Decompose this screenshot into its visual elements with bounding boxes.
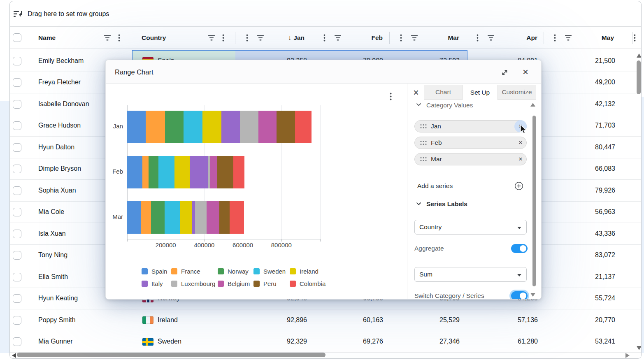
- drag-handle-icon[interactable]: [420, 141, 427, 145]
- maximize-icon[interactable]: [500, 68, 509, 77]
- tab-chart[interactable]: Chart: [424, 85, 462, 99]
- add-series-plus-icon[interactable]: [514, 181, 523, 190]
- drag-handle-icon[interactable]: [420, 157, 427, 162]
- legend-item-peru[interactable]: Peru: [253, 277, 290, 290]
- bar-segment-norway[interactable]: [149, 156, 158, 188]
- tab-set-up[interactable]: Set Up: [462, 85, 498, 100]
- bar-segment-italy[interactable]: [221, 111, 240, 143]
- panel-close-icon[interactable]: ×: [411, 87, 421, 98]
- bar-segment-luxembourg[interactable]: [195, 201, 207, 234]
- legend-item-spain[interactable]: Spain: [142, 265, 171, 277]
- column-header-country[interactable]: Country: [142, 34, 166, 42]
- bar-segment-sweden[interactable]: [165, 201, 180, 234]
- dialog-close-icon[interactable]: ×: [521, 67, 530, 77]
- row-checkbox[interactable]: [13, 230, 21, 238]
- select-all-checkbox[interactable]: [13, 33, 21, 42]
- row-checkbox[interactable]: [13, 78, 21, 87]
- column-menu-kebab-icon[interactable]: [222, 34, 224, 42]
- chevron-down-icon[interactable]: [416, 202, 421, 206]
- category-value-pill-feb[interactable]: Feb×: [414, 137, 527, 149]
- bar-segment-peru[interactable]: [219, 201, 230, 234]
- row-checkbox[interactable]: [13, 165, 21, 173]
- aggregate-function-select[interactable]: Sum: [414, 267, 527, 282]
- panel-scroll-up-icon[interactable]: [530, 103, 535, 107]
- column-header-name[interactable]: Name: [38, 34, 56, 42]
- legend-item-colombia[interactable]: Colombia: [290, 277, 327, 290]
- row-checkbox[interactable]: [13, 57, 21, 65]
- legend-item-luxembourg[interactable]: Luxembourg: [171, 277, 218, 290]
- tab-customize[interactable]: Customize: [498, 85, 536, 99]
- table-row[interactable]: Mia GunnerSweden92,32969,27627,34661,280…: [10, 331, 641, 353]
- scroll-left-icon[interactable]: [12, 353, 16, 358]
- row-checkbox[interactable]: [13, 251, 21, 260]
- panel-scrollbar-thumb[interactable]: [532, 116, 536, 286]
- pill-remove-icon[interactable]: ×: [514, 153, 527, 165]
- bar-segment-spain[interactable]: [127, 156, 142, 188]
- row-checkbox[interactable]: [13, 143, 21, 152]
- chevron-down-icon[interactable]: [416, 102, 421, 107]
- column-header-feb[interactable]: Feb: [321, 27, 383, 49]
- bar-segment-france[interactable]: [141, 201, 151, 234]
- bar-segment-peru[interactable]: [217, 156, 233, 188]
- pill-remove-icon[interactable]: ×: [514, 137, 527, 149]
- filter-icon[interactable]: [104, 35, 111, 41]
- column-header-mar[interactable]: Mar: [398, 27, 459, 49]
- row-checkbox[interactable]: [13, 121, 21, 130]
- bar-segment-spain[interactable]: [127, 201, 141, 234]
- column-menu-kebab-icon[interactable]: [634, 34, 636, 42]
- panel-scroll-down-icon[interactable]: [530, 293, 535, 297]
- bar-segment-italy[interactable]: [190, 156, 208, 188]
- scroll-down-icon[interactable]: [637, 346, 642, 350]
- row-checkbox[interactable]: [13, 337, 21, 346]
- row-checkbox[interactable]: [13, 294, 21, 303]
- category-value-pill-mar[interactable]: Mar×: [414, 153, 527, 165]
- legend-item-sweden[interactable]: Sweden: [253, 265, 290, 277]
- bar-segment-norway[interactable]: [151, 201, 165, 234]
- bar-segment-colombia[interactable]: [233, 156, 244, 188]
- column-menu-kebab-icon[interactable]: [118, 34, 120, 42]
- bar-segment-italy[interactable]: [192, 201, 195, 234]
- bar-segment-spain[interactable]: [127, 111, 146, 143]
- table-row[interactable]: Poppy SmithIreland92,89660,16325,52957,1…: [10, 309, 641, 331]
- scroll-right-icon[interactable]: [625, 353, 630, 358]
- row-checkbox[interactable]: [13, 316, 21, 325]
- legend-item-italy[interactable]: Italy: [142, 277, 171, 290]
- bar-segment-belgium[interactable]: [207, 201, 219, 234]
- legend-item-belgium[interactable]: Belgium: [218, 277, 253, 290]
- drag-handle-icon[interactable]: [420, 124, 427, 129]
- bar-segment-peru[interactable]: [277, 111, 295, 143]
- row-checkbox[interactable]: [13, 208, 21, 216]
- bar-segment-france[interactable]: [142, 156, 149, 188]
- column-header-may[interactable]: May: [552, 27, 614, 49]
- bar-segment-colombia[interactable]: [295, 111, 312, 143]
- legend-item-norway[interactable]: Norway: [218, 265, 253, 277]
- switch-category-series-toggle[interactable]: [511, 291, 528, 299]
- bar-segment-sweden[interactable]: [184, 111, 202, 143]
- bar-segment-norway[interactable]: [165, 111, 184, 143]
- series-label-select[interactable]: Country: [414, 220, 527, 235]
- filter-icon[interactable]: [208, 35, 215, 41]
- bar-segment-ireland[interactable]: [174, 156, 190, 188]
- column-header-apr[interactable]: Apr: [476, 27, 537, 49]
- horizontal-scrollbar-thumb[interactable]: [17, 353, 325, 357]
- aggregate-toggle[interactable]: [511, 244, 528, 253]
- legend-item-france[interactable]: France: [171, 265, 218, 277]
- column-header-jan[interactable]: ↓Jan: [243, 27, 305, 49]
- bar-segment-france[interactable]: [146, 111, 165, 143]
- bar-segment-ireland[interactable]: [202, 111, 221, 143]
- category-value-pill-jan[interactable]: Jan×: [414, 120, 527, 132]
- bar-segment-belgium[interactable]: [258, 111, 277, 143]
- scroll-up-icon[interactable]: [637, 53, 642, 58]
- bar-segment-ireland[interactable]: [180, 201, 192, 234]
- bar-segment-sweden[interactable]: [158, 156, 174, 188]
- row-checkbox[interactable]: [13, 100, 21, 109]
- row-checkbox[interactable]: [13, 186, 21, 195]
- row-group-panel[interactable]: Drag here to set row groups: [10, 1, 641, 27]
- legend-item-ireland[interactable]: Ireland: [290, 265, 327, 277]
- bar-segment-colombia[interactable]: [230, 201, 244, 234]
- row-checkbox[interactable]: [13, 273, 21, 281]
- vertical-scrollbar-thumb[interactable]: [637, 60, 641, 94]
- bar-segment-belgium[interactable]: [210, 156, 217, 188]
- bar-segment-luxembourg[interactable]: [240, 111, 258, 143]
- dialog-titlebar[interactable]: Range Chart ×: [106, 60, 541, 84]
